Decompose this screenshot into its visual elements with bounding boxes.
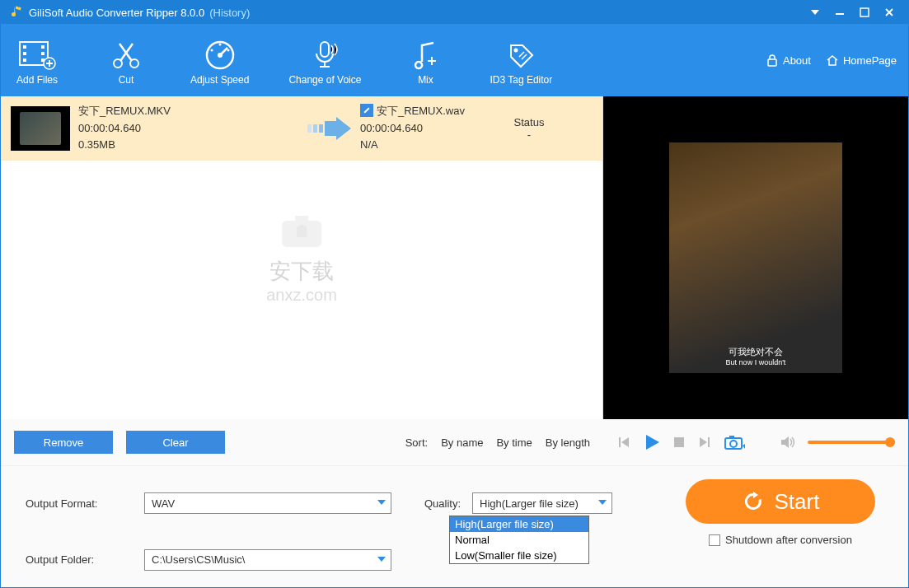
- shutdown-checkbox-row[interactable]: Shutdown after conversion: [686, 534, 875, 546]
- subtitle-line2: But now I wouldn't: [669, 358, 842, 366]
- preview-panel: 可我绝对不会 But now I wouldn't: [603, 96, 908, 419]
- titlebar: GiliSoft Audio Converter Ripper 8.0.0 (H…: [1, 1, 908, 24]
- sort-label: Sort:: [405, 436, 428, 449]
- start-button[interactable]: Start: [686, 479, 875, 524]
- about-label: About: [783, 54, 811, 67]
- microphone-icon: [300, 35, 349, 74]
- shutdown-label: Shutdown after conversion: [725, 534, 852, 546]
- homepage-link[interactable]: HomePage: [826, 54, 897, 67]
- file-thumbnail: [11, 106, 70, 151]
- cut-button[interactable]: Cut: [101, 35, 151, 86]
- play-button[interactable]: [643, 433, 661, 451]
- svg-rect-3: [23, 45, 26, 49]
- svg-rect-21: [313, 124, 317, 133]
- toolbar-label: Cut: [119, 74, 134, 86]
- add-files-button[interactable]: Add Files: [12, 35, 62, 86]
- homepage-label: HomePage: [843, 54, 897, 67]
- svg-point-14: [210, 49, 213, 52]
- file-output-info: 安下_REMUX.wav 00:00:04.640 N/A: [360, 103, 492, 154]
- sort-by-name[interactable]: By name: [441, 436, 483, 449]
- shutdown-checkbox[interactable]: [709, 534, 720, 546]
- edit-icon[interactable]: [360, 104, 373, 117]
- file-name: 安下_REMUX.MKV: [78, 103, 301, 120]
- status-column: Status -: [492, 116, 566, 141]
- app-logo-icon: [7, 4, 24, 21]
- sort-by-time[interactable]: By time: [496, 436, 532, 449]
- file-size: 0.35MB: [78, 137, 301, 154]
- player-controls: [603, 419, 908, 465]
- quality-option-high[interactable]: High(Larger file size): [450, 516, 588, 532]
- main-area: 安下_REMUX.MKV 00:00:04.640 0.35MB 安下_REMU…: [1, 96, 908, 419]
- svg-rect-6: [41, 45, 45, 49]
- change-voice-button[interactable]: Change of Voice: [288, 35, 361, 86]
- output-format-value: WAV: [152, 497, 175, 510]
- svg-rect-20: [307, 124, 312, 133]
- quality-option-normal[interactable]: Normal: [450, 532, 588, 548]
- app-title: GiliSoft Audio Converter Ripper 8.0.0: [29, 7, 204, 19]
- svg-point-15: [227, 49, 229, 52]
- id3-tag-button[interactable]: ID3 Tag Editor: [490, 35, 552, 86]
- stop-button[interactable]: [672, 436, 686, 449]
- quality-label: Quality:: [403, 497, 461, 510]
- svg-point-13: [218, 53, 223, 58]
- subtitle-line1: 可我绝对不会: [669, 346, 842, 358]
- minimize-button[interactable]: [827, 4, 852, 21]
- output-format-select[interactable]: WAV: [144, 492, 391, 514]
- history-link[interactable]: (History): [209, 7, 250, 19]
- toolbar-label: Add Files: [16, 74, 58, 86]
- output-folder-field[interactable]: C:\Users\CS\Music\: [144, 549, 391, 571]
- toolbar-label: Mix: [418, 74, 433, 86]
- quality-value: High(Larger file size): [480, 497, 579, 510]
- gauge-icon: [195, 35, 245, 74]
- output-name: 安下_REMUX.wav: [377, 105, 465, 117]
- start-label: Start: [775, 489, 820, 515]
- output-format-label: Output Format:: [26, 497, 133, 510]
- toolbar: Add Files Cut Adjust Speed Change of Voi…: [1, 24, 908, 96]
- snapshot-button[interactable]: [724, 434, 745, 450]
- quality-select[interactable]: High(Larger file size): [472, 492, 612, 514]
- caret-down-icon: [377, 557, 386, 563]
- toolbar-label: Adjust Speed: [190, 74, 249, 86]
- quality-dropdown: High(Larger file size) Normal Low(Smalle…: [449, 516, 589, 564]
- status-label: Status: [492, 116, 566, 128]
- about-link[interactable]: About: [766, 54, 811, 67]
- output-size: N/A: [360, 137, 492, 154]
- svg-rect-0: [836, 13, 844, 15]
- maximize-button[interactable]: [852, 4, 877, 21]
- home-icon: [826, 54, 839, 67]
- adjust-speed-button[interactable]: Adjust Speed: [190, 35, 249, 86]
- remove-button[interactable]: Remove: [14, 431, 113, 454]
- prev-track-button[interactable]: [616, 435, 631, 450]
- clear-button[interactable]: Clear: [126, 431, 225, 454]
- preview-image: 可我绝对不会 But now I wouldn't: [669, 142, 842, 373]
- volume-slider[interactable]: [808, 441, 895, 444]
- volume-icon[interactable]: [780, 435, 796, 450]
- sort-by-length[interactable]: By length: [546, 436, 590, 449]
- toolbar-label: Change of Voice: [288, 74, 361, 86]
- svg-point-18: [514, 49, 518, 53]
- file-duration: 00:00:04.640: [78, 120, 301, 138]
- output-duration: 00:00:04.640: [360, 120, 492, 138]
- film-add-icon: [12, 35, 62, 74]
- status-value: -: [492, 128, 566, 141]
- svg-rect-22: [319, 124, 323, 133]
- svg-point-26: [730, 441, 737, 447]
- mix-button[interactable]: Mix: [401, 35, 450, 86]
- caret-down-icon: [377, 500, 386, 506]
- svg-rect-7: [41, 52, 45, 55]
- bottom-panel: Output Format: WAV Quality: High(Larger …: [1, 465, 908, 588]
- music-plus-icon: [401, 35, 450, 74]
- watermark-text1: 安下载: [266, 257, 337, 286]
- dropdown-icon[interactable]: [803, 4, 827, 21]
- close-button[interactable]: [877, 4, 902, 21]
- controls-row: Remove Clear Sort: By name By time By le…: [1, 419, 908, 465]
- next-track-button[interactable]: [697, 435, 712, 450]
- file-list: 安下_REMUX.MKV 00:00:04.640 0.35MB 安下_REMU…: [1, 96, 603, 419]
- svg-rect-5: [23, 58, 26, 62]
- quality-option-low[interactable]: Low(Smaller file size): [450, 548, 588, 563]
- svg-rect-4: [23, 52, 26, 55]
- arrow-right-icon: [306, 116, 355, 141]
- svg-rect-19: [768, 59, 776, 66]
- file-item[interactable]: 安下_REMUX.MKV 00:00:04.640 0.35MB 安下_REMU…: [1, 96, 602, 161]
- file-source-info: 安下_REMUX.MKV 00:00:04.640 0.35MB: [78, 103, 301, 154]
